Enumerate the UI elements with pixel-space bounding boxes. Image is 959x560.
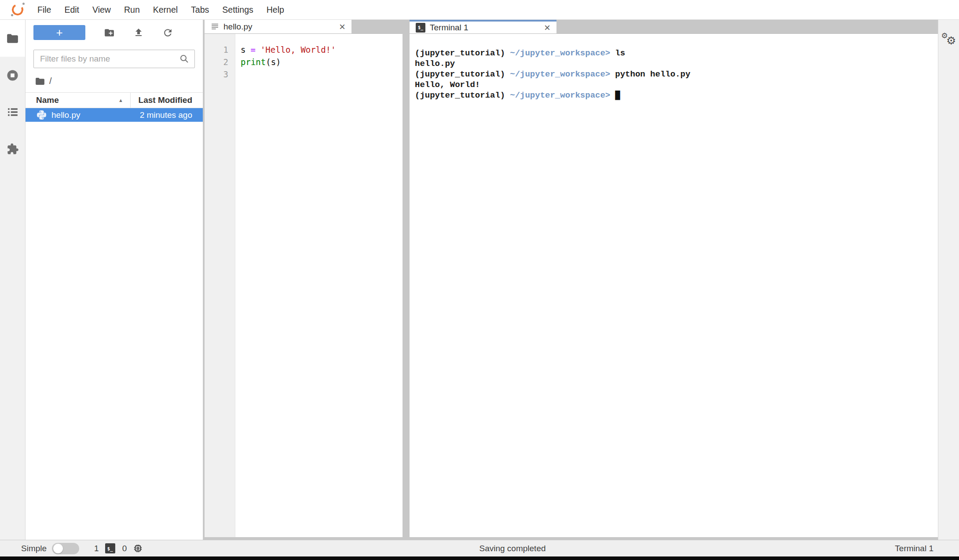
line-number: 3 <box>205 68 235 80</box>
kernel-chip-icon[interactable] <box>133 543 143 553</box>
editor-gutter <box>205 34 235 537</box>
folder-icon <box>7 33 18 44</box>
file-list-header: Name ▲ Last Modified <box>26 92 203 108</box>
sort-ascending-icon: ▲ <box>118 98 123 103</box>
terminal-output[interactable]: (jupyter_tutorial)~/jupyter_workspace>ls… <box>410 34 938 537</box>
token-operator: = <box>250 45 255 55</box>
prompt-env: (jupyter_tutorial) <box>415 91 505 100</box>
home-folder-icon[interactable] <box>35 77 45 85</box>
file-browser-panel: + / <box>26 20 203 540</box>
token-variable: s <box>241 45 245 55</box>
status-bar: Simple 1 $_ 0 Saving completed Terminal … <box>0 540 959 556</box>
sidebar-tab-running-sessions[interactable] <box>0 57 25 94</box>
terminal-line: (jupyter_tutorial)~/jupyter_workspace>ls <box>415 48 933 58</box>
stop-circle-icon <box>6 69 19 82</box>
code-content: s='Hello, World!' <box>235 44 336 56</box>
menu-tabs[interactable]: Tabs <box>184 5 216 15</box>
filter-files-wrapper <box>33 50 195 68</box>
status-context: Terminal 1 <box>895 544 959 553</box>
sidebar-tab-table-of-contents[interactable] <box>0 94 25 131</box>
token-plain: (s) <box>266 57 281 67</box>
command-text: python hello.py <box>615 69 690 79</box>
file-name: hello.py <box>51 110 81 120</box>
panel-resize-handle[interactable] <box>403 20 410 537</box>
prompt-path: ~/jupyter_workspace> <box>510 48 610 58</box>
menu-edit[interactable]: Edit <box>58 5 86 15</box>
terminal-line: hello.py <box>415 58 933 69</box>
tab-hello-py[interactable]: hello.py × <box>205 20 351 33</box>
text-file-icon <box>211 22 219 31</box>
code-line-1: 1 s='Hello, World!' <box>205 44 403 56</box>
status-bar-left: Simple 1 $_ 0 <box>0 543 143 554</box>
terminal-line: Hello, World! <box>415 80 933 90</box>
line-number: 1 <box>205 44 235 56</box>
code-content: print(s) <box>235 56 281 68</box>
breadcrumb-root[interactable]: / <box>49 76 52 86</box>
code-line-3: 3 <box>205 68 403 80</box>
close-icon[interactable]: × <box>544 23 550 32</box>
output-text: hello.py <box>415 59 455 69</box>
prompt-path: ~/jupyter_workspace> <box>510 69 610 79</box>
refresh-button[interactable] <box>162 27 173 38</box>
gear-icon: ⚙ <box>946 34 956 47</box>
prompt-env: (jupyter_tutorial) <box>415 69 505 79</box>
search-icon <box>179 54 190 64</box>
list-icon <box>7 107 18 117</box>
code-editor[interactable]: 1 s='Hello, World!' 2 print(s) 3 <box>205 34 403 537</box>
editor-panel: hello.py × 1 s='Hello, World!' 2 print(s… <box>205 20 403 537</box>
menu-help[interactable]: Help <box>260 5 291 15</box>
new-launcher-button[interactable]: + <box>33 25 85 40</box>
menu-run[interactable]: Run <box>117 5 146 15</box>
new-folder-button[interactable] <box>104 27 115 38</box>
file-row-hello-py[interactable]: hello.py 2 minutes ago <box>26 108 203 122</box>
line-number: 2 <box>205 56 235 68</box>
token-builtin: print <box>241 57 266 67</box>
editor-tab-bar: hello.py × <box>205 20 403 34</box>
python-file-icon <box>37 110 46 120</box>
code-line-2: 2 print(s) <box>205 56 403 68</box>
simple-mode-label: Simple <box>21 544 47 553</box>
status-message: Saving completed <box>479 544 545 553</box>
breadcrumb: / <box>35 76 203 86</box>
terminal-icon: $_ <box>416 23 425 33</box>
file-modified: 2 minutes ago <box>140 110 203 120</box>
terminal-icon[interactable]: $_ <box>105 543 115 553</box>
menu-file[interactable]: File <box>31 5 58 15</box>
jupyter-logo-icon <box>11 2 26 17</box>
close-icon[interactable]: × <box>339 22 345 31</box>
menu-settings[interactable]: Settings <box>216 5 260 15</box>
column-name-label: Name <box>36 95 59 105</box>
simple-mode-toggle[interactable] <box>52 543 79 554</box>
terminal-line: (jupyter_tutorial)~/jupyter_workspace>█ <box>415 90 933 101</box>
prompt-path: ~/jupyter_workspace> <box>510 91 610 100</box>
left-activity-bar <box>0 20 26 540</box>
property-inspector-gears-icon[interactable]: ⚙ ⚙ <box>941 31 956 47</box>
token-string: 'Hello, World!' <box>260 45 336 55</box>
output-text: Hello, World! <box>415 80 480 90</box>
column-header-name[interactable]: Name ▲ <box>26 95 130 105</box>
menu-bar: File Edit View Run Kernel Tabs Settings … <box>0 0 959 20</box>
terminal-tab-label: Terminal 1 <box>430 23 544 33</box>
sidebar-tab-file-browser[interactable] <box>0 20 25 57</box>
terminals-count: 1 <box>94 544 99 553</box>
puzzle-icon <box>7 143 19 155</box>
right-activity-bar: ⚙ ⚙ <box>938 20 959 540</box>
tab-terminal-1[interactable]: $_ Terminal 1 × <box>410 20 556 33</box>
toggle-knob <box>53 544 63 553</box>
upload-button[interactable] <box>133 27 144 38</box>
prompt-env: (jupyter_tutorial) <box>415 48 505 58</box>
editor-tab-label: hello.py <box>223 22 339 32</box>
menu-kernel[interactable]: Kernel <box>146 5 184 15</box>
terminal-tab-bar: $_ Terminal 1 × <box>410 20 938 34</box>
terminal-panel: $_ Terminal 1 × (jupyter_tutorial)~/jupy… <box>410 20 938 537</box>
command-text: ls <box>615 48 625 58</box>
column-header-last-modified[interactable]: Last Modified <box>130 93 203 108</box>
main-area: + / <box>0 20 959 540</box>
dock-area: hello.py × 1 s='Hello, World!' 2 print(s… <box>203 20 938 540</box>
kernels-count: 0 <box>122 544 127 553</box>
sidebar-tab-extensions[interactable] <box>0 131 25 167</box>
file-browser-toolbar: + <box>26 20 203 40</box>
menu-view[interactable]: View <box>86 5 117 15</box>
code-content <box>235 68 241 80</box>
filter-files-input[interactable] <box>33 50 195 68</box>
